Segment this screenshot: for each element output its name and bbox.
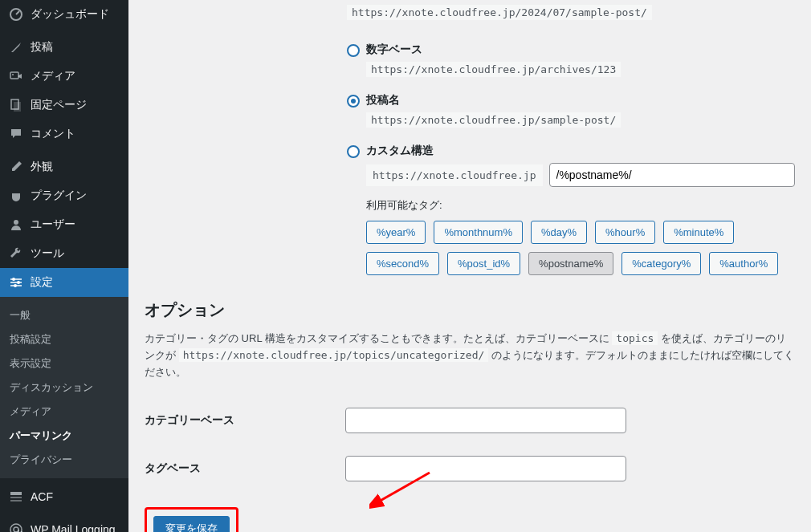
sidebar-item-label: コメント <box>31 127 75 141</box>
save-changes-button[interactable]: 変更を保存 <box>153 516 230 532</box>
svg-rect-1 <box>10 72 18 79</box>
comment-icon <box>8 126 24 142</box>
svg-rect-10 <box>10 497 22 498</box>
settings-submenu: 一般 投稿設定 表示設定 ディスカッション メディア パーマリンク プライバシー <box>0 297 128 478</box>
svg-point-12 <box>10 524 22 532</box>
sidebar-item-tools[interactable]: ツール <box>0 239 128 268</box>
sidebar-item-users[interactable]: ユーザー <box>0 210 128 239</box>
category-base-label: カテゴリーベース <box>145 396 345 445</box>
submit-highlight: 変更を保存 <box>145 507 238 532</box>
sidebar-item-label: 固定ページ <box>31 98 87 112</box>
brush-icon <box>8 159 24 175</box>
code-example-url: https://xnote.cloudfree.jp/topics/uncate… <box>179 348 489 362</box>
pin-icon <box>8 39 24 55</box>
sidebar-item-label: 外観 <box>31 160 53 174</box>
category-base-input[interactable] <box>345 408 626 433</box>
at-icon <box>8 522 24 532</box>
svg-point-7 <box>17 281 20 284</box>
sidebar-item-comments[interactable]: コメント <box>0 120 128 148</box>
sidebar-item-label: プラグイン <box>31 189 87 203</box>
sidebar-item-posts[interactable]: 投稿 <box>0 33 128 62</box>
radio-postname[interactable] <box>347 95 360 108</box>
sidebar-item-label: WP Mail Logging <box>31 523 116 532</box>
permalink-numeric-label: 数字ベース <box>366 43 795 57</box>
permalink-option-custom[interactable]: カスタム構造 https://xnote.cloudfree.jp 利用可能なタ… <box>347 144 795 275</box>
optional-description: カテゴリー・タグの URL 構造をカスタマイズすることもできます。たとえば、カテ… <box>145 331 795 380</box>
permalink-example-day-name: https://xnote.cloudfree.jp/2024/07/sampl… <box>347 5 652 20</box>
tag-hour[interactable]: %hour% <box>595 221 655 244</box>
submenu-item-reading[interactable]: 表示設定 <box>0 351 128 376</box>
page-icon <box>8 97 24 113</box>
sidebar-item-label: 設定 <box>31 275 53 290</box>
optional-table: カテゴリーベース タグベース <box>145 396 795 493</box>
permalink-example-numeric: https://xnote.cloudfree.jp/archives/123 <box>366 62 621 77</box>
sidebar-item-media[interactable]: メディア <box>0 62 128 91</box>
permalink-custom-input[interactable] <box>549 163 796 187</box>
sidebar-item-settings[interactable]: 設定 <box>0 268 128 297</box>
submenu-item-media[interactable]: メディア <box>0 400 128 424</box>
radio-numeric[interactable] <box>347 44 360 57</box>
permalink-example-postname: https://xnote.cloudfree.jp/sample-post/ <box>366 112 621 128</box>
sidebar-item-label: ダッシュボード <box>31 7 109 22</box>
sidebar-item-label: ACF <box>31 490 53 503</box>
submenu-item-permalinks[interactable]: パーマリンク <box>0 424 128 448</box>
radio-custom[interactable] <box>347 145 360 158</box>
sidebar-item-label: ツール <box>31 246 64 261</box>
svg-point-8 <box>14 284 17 287</box>
sidebar-item-appearance[interactable]: 外観 <box>0 152 128 181</box>
submenu-item-privacy[interactable]: プライバシー <box>0 448 128 472</box>
optional-heading: オプション <box>145 299 795 321</box>
permalink-postname-label: 投稿名 <box>366 93 795 108</box>
svg-rect-4 <box>14 102 21 112</box>
sidebar-item-label: ユーザー <box>31 217 75 232</box>
permalink-custom-label: カスタム構造 <box>366 144 795 158</box>
permalink-option-postname[interactable]: 投稿名 https://xnote.cloudfree.jp/sample-po… <box>347 93 795 139</box>
sliders-icon <box>8 274 24 290</box>
media-icon <box>8 68 24 84</box>
svg-point-5 <box>14 220 18 225</box>
sidebar-item-acf[interactable]: ACF <box>0 482 128 511</box>
permalink-custom-base: https://xnote.cloudfree.jp <box>366 164 543 186</box>
tags-available-label: 利用可能なタグ: <box>366 198 795 213</box>
svg-point-6 <box>12 278 15 281</box>
tag-postname[interactable]: %postname% <box>528 252 613 275</box>
svg-point-2 <box>12 74 14 75</box>
plug-icon <box>8 188 24 204</box>
svg-point-13 <box>14 527 18 532</box>
code-topics: topics <box>612 331 658 345</box>
admin-sidebar: ダッシュボード 投稿 メディア 固定ページ コメント <box>0 0 128 532</box>
acf-icon <box>8 489 24 505</box>
tag-post-id[interactable]: %post_id% <box>447 252 520 275</box>
submenu-item-general[interactable]: 一般 <box>0 303 128 327</box>
sidebar-item-label: メディア <box>31 69 75 83</box>
user-icon <box>8 217 24 233</box>
tag-second[interactable]: %second% <box>366 252 439 275</box>
tag-base-input[interactable] <box>345 456 626 481</box>
svg-rect-9 <box>10 492 22 495</box>
tag-day[interactable]: %day% <box>531 221 587 244</box>
wrench-icon <box>8 246 24 262</box>
permalink-tag-list: %year% %monthnum% %day% %hour% %minute% … <box>366 221 795 275</box>
tag-minute[interactable]: %minute% <box>663 221 734 244</box>
tag-category[interactable]: %category% <box>621 252 701 275</box>
svg-rect-11 <box>10 500 22 502</box>
tag-author[interactable]: %author% <box>709 252 778 275</box>
tag-base-label: タグベース <box>145 445 345 493</box>
sidebar-item-pages[interactable]: 固定ページ <box>0 91 128 120</box>
tag-year[interactable]: %year% <box>366 221 426 244</box>
sidebar-item-plugins[interactable]: プラグイン <box>0 181 128 210</box>
permalink-option-numeric[interactable]: 数字ベース https://xnote.cloudfree.jp/archive… <box>347 43 795 88</box>
main-content: https://xnote.cloudfree.jp/2024/07/sampl… <box>128 0 811 532</box>
sidebar-item-label: 投稿 <box>31 40 53 55</box>
submenu-item-discussion[interactable]: ディスカッション <box>0 376 128 400</box>
tag-monthnum[interactable]: %monthnum% <box>434 221 523 244</box>
sidebar-item-wp-mail-logging[interactable]: WP Mail Logging <box>0 515 128 532</box>
submenu-item-writing[interactable]: 投稿設定 <box>0 327 128 351</box>
sidebar-item-dashboard[interactable]: ダッシュボード <box>0 0 128 29</box>
dashboard-icon <box>8 6 24 22</box>
